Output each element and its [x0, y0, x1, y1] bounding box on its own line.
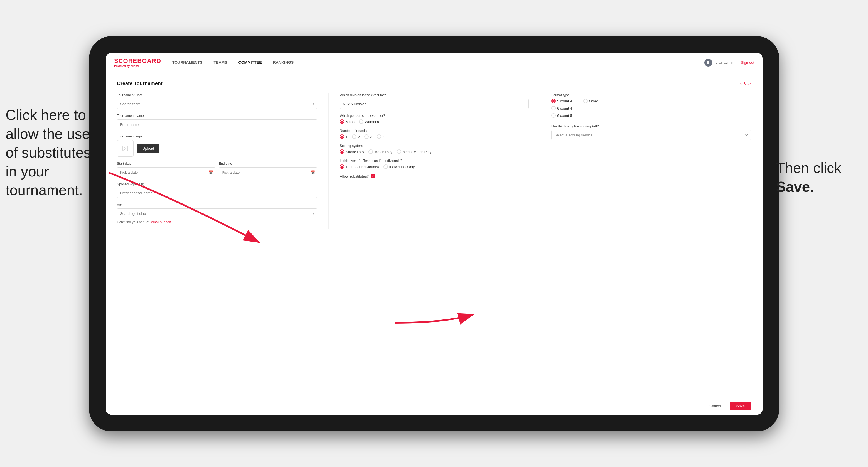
round-3[interactable]: 3 [364, 134, 372, 139]
round2-radio[interactable] [352, 134, 356, 139]
nav-committee[interactable]: COMMITTEE [239, 59, 262, 66]
format-6count5[interactable]: 6 count 5 [551, 113, 751, 118]
main-content: Create Tournament < Back Tournament Host… [106, 72, 763, 397]
match-play-radio[interactable] [368, 150, 373, 154]
round-1[interactable]: 1 [340, 134, 348, 139]
nav-links: TOURNAMENTS TEAMS COMMITTEE RANKINGS [172, 59, 704, 66]
format-other-radio[interactable] [583, 99, 588, 103]
form-col-right: Format type 5 count 4 Other [540, 93, 751, 229]
teams-plus-individuals[interactable]: Teams (+Individuals) [340, 164, 379, 169]
annotation-left: Click here to allow the use of substitut… [6, 106, 100, 200]
round1-radio[interactable] [340, 134, 344, 139]
match-play[interactable]: Match Play [368, 150, 392, 154]
substitutes-checkbox[interactable]: ✓ [371, 174, 375, 178]
date-row: Start date 📅 End date 📅 [117, 162, 317, 177]
format-other-label: Other [589, 99, 598, 103]
stroke-play[interactable]: Stroke Play [340, 150, 364, 154]
stroke-play-label: Stroke Play [346, 150, 364, 154]
scoring-system-label: Scoring system [340, 144, 529, 148]
email-support-link[interactable]: email support [151, 220, 171, 224]
page-title: Create Tournament [117, 81, 162, 87]
round3-label: 3 [370, 135, 372, 139]
gender-womens[interactable]: Womens [359, 119, 379, 124]
womens-radio-btn[interactable] [359, 119, 364, 124]
start-date-label: Start date [117, 162, 215, 165]
gender-mens[interactable]: Mens [340, 119, 354, 124]
substitutes-group: Allow substitutes? ✓ [340, 174, 529, 178]
nav-teams[interactable]: TEAMS [214, 59, 227, 66]
tournament-name-input[interactable] [117, 119, 317, 129]
form-col-left: Tournament Host ▾ Tournament name Tourna… [117, 93, 329, 229]
format-options: 5 count 4 Other 6 count 4 [551, 99, 751, 118]
format-6count4[interactable]: 6 count 4 [551, 106, 751, 111]
nav-rankings[interactable]: RANKINGS [273, 59, 294, 66]
page-header: Create Tournament < Back [117, 81, 751, 87]
sponsor-group: Sponsor (optional) [117, 182, 317, 198]
mens-radio-btn[interactable] [340, 119, 344, 124]
sponsor-input[interactable] [117, 188, 317, 198]
tournament-name-group: Tournament name [117, 114, 317, 129]
round1-label: 1 [346, 135, 348, 139]
upload-button[interactable]: Upload [137, 144, 159, 153]
division-select[interactable]: NCAA Division I [340, 99, 529, 109]
scoring-service-select[interactable]: Select a scoring service [551, 130, 751, 140]
start-date-input[interactable] [117, 167, 215, 177]
individuals-radio[interactable] [383, 164, 388, 169]
user-name: blair admin [715, 60, 733, 65]
format-5count4-radio[interactable] [551, 99, 556, 103]
form-col-middle: Which division is the event for? NCAA Di… [329, 93, 540, 229]
end-date-label: End date [219, 162, 317, 165]
individuals-radio-label: Individuals Only [389, 165, 415, 169]
medal-match-play-radio[interactable] [397, 150, 401, 154]
nav-tournaments[interactable]: TOURNAMENTS [172, 59, 203, 66]
back-link[interactable]: < Back [740, 82, 751, 86]
logo-area: SCOREBOARD Powered by clippd [114, 57, 161, 68]
sponsor-label: Sponsor (optional) [117, 182, 317, 186]
tournament-host-input[interactable] [117, 99, 317, 109]
tournament-logo-group: Tournament logo Upload [117, 134, 317, 157]
tournament-logo-label: Tournament logo [117, 134, 317, 138]
venue-input[interactable] [117, 209, 317, 218]
sign-out-link[interactable]: Sign out [741, 60, 754, 65]
stroke-play-radio[interactable] [340, 150, 344, 154]
round2-label: 2 [358, 135, 360, 139]
format-other[interactable]: Other [583, 99, 598, 103]
logo-scoreboard: SCOREBOARD [114, 57, 161, 65]
medal-match-play[interactable]: Medal Match Play [397, 150, 431, 154]
rounds-radio-group: 1 2 3 4 [340, 134, 529, 139]
teams-individuals-group: Is this event for Teams and/or Individua… [340, 159, 529, 169]
format-type-group: Format type 5 count 4 Other [551, 93, 751, 118]
scoring-system-group: Scoring system Stroke Play Match Play [340, 144, 529, 154]
rounds-group: Number of rounds 1 2 [340, 129, 529, 139]
format-6count4-radio[interactable] [551, 106, 556, 111]
third-party-group: Use third-party live scoring API? Select… [551, 124, 751, 140]
scoring-radio-group: Stroke Play Match Play Medal Match Play [340, 150, 529, 154]
gender-label: Which gender is the event for? [340, 114, 529, 118]
gender-radio-group: Mens Womens [340, 119, 529, 124]
teams-label: Is this event for Teams and/or Individua… [340, 159, 529, 163]
venue-group: Venue ▾ Can't find your venue? email sup… [117, 203, 317, 224]
form-footer: Cancel Save [106, 397, 763, 415]
teams-radio[interactable] [340, 164, 344, 169]
tablet-frame: SCOREBOARD Powered by clippd TOURNAMENTS… [89, 36, 779, 431]
round4-radio[interactable] [377, 134, 381, 139]
search-icon: ▾ [313, 102, 314, 106]
round-4[interactable]: 4 [377, 134, 384, 139]
round-2[interactable]: 2 [352, 134, 360, 139]
rounds-label: Number of rounds [340, 129, 529, 133]
division-group: Which division is the event for? NCAA Di… [340, 93, 529, 109]
nav-separator: | [737, 60, 738, 65]
substitutes-checkbox-item: Allow substitutes? ✓ [340, 174, 529, 178]
logo-placeholder [117, 140, 133, 157]
save-button[interactable]: Save [730, 402, 751, 410]
format-5count4[interactable]: 5 count 4 [551, 99, 572, 103]
start-date-group: Start date 📅 [117, 162, 215, 177]
logo-powered: Powered by clippd [114, 65, 161, 68]
annotation-right: Then click Save. [776, 159, 860, 196]
round3-radio[interactable] [364, 134, 369, 139]
individuals-only[interactable]: Individuals Only [383, 164, 415, 169]
end-date-input[interactable] [219, 167, 317, 177]
third-party-label: Use third-party live scoring API? [551, 124, 751, 128]
format-6count5-radio[interactable] [551, 113, 556, 118]
cancel-button[interactable]: Cancel [704, 402, 726, 410]
